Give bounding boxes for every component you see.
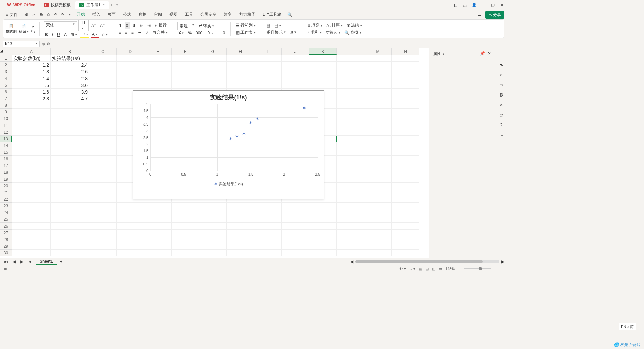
cell[interactable] [337, 156, 364, 162]
percent-icon[interactable]: % [186, 30, 193, 36]
help-icon[interactable]: ? [500, 123, 502, 128]
view-page-icon[interactable]: ▤ [425, 267, 429, 271]
cell[interactable] [282, 75, 309, 82]
cell[interactable] [254, 203, 282, 209]
cell[interactable] [117, 203, 144, 209]
fullscreen-icon[interactable]: ⛶ [499, 267, 503, 271]
focus-icon[interactable]: ⊕ ▾ [409, 267, 415, 271]
align-justify-icon[interactable]: ≣ [137, 30, 143, 36]
align-right-icon[interactable]: ≡ [130, 30, 135, 36]
cell[interactable] [337, 183, 364, 189]
cell[interactable] [337, 109, 364, 115]
row-header[interactable]: 20 [0, 183, 12, 189]
embedded-chart[interactable]: 实验结果(1/s) 00.511.522.533.544.5500.511.52… [133, 90, 324, 199]
cell[interactable] [199, 243, 227, 250]
cell[interactable] [337, 236, 364, 243]
cell[interactable] [172, 236, 199, 243]
cell[interactable] [12, 176, 51, 183]
font-size-select[interactable]: 11 ▾ [78, 20, 89, 31]
cell[interactable] [364, 230, 392, 236]
col-header[interactable]: D [117, 48, 144, 55]
rowcol-button[interactable]: ☰ 行和列▾ [235, 22, 257, 29]
hscrollbar[interactable] [355, 260, 499, 263]
cell[interactable] [12, 196, 51, 203]
cell[interactable] [254, 236, 282, 243]
cell[interactable] [89, 230, 117, 236]
paste-label[interactable]: 粘贴 [19, 29, 26, 33]
cell[interactable] [144, 230, 172, 236]
cell[interactable] [89, 243, 117, 250]
wrap-text-button[interactable]: ↵ 换行 [153, 22, 168, 29]
cell[interactable] [364, 102, 392, 109]
cell[interactable] [392, 156, 419, 162]
settings-icon[interactable]: ◎ [500, 113, 503, 117]
cell[interactable] [89, 115, 117, 122]
cell[interactable] [144, 250, 172, 256]
row-header[interactable]: 12 [0, 129, 12, 136]
row-header[interactable]: 25 [0, 216, 12, 223]
cell[interactable] [254, 216, 282, 223]
cell[interactable] [117, 209, 144, 216]
cell[interactable] [89, 236, 117, 243]
cell[interactable] [89, 203, 117, 209]
cell[interactable] [309, 82, 337, 89]
view-reading-icon[interactable]: ▭ [439, 267, 442, 271]
cell[interactable] [364, 122, 392, 129]
italic-button[interactable]: I [51, 32, 54, 38]
cell[interactable] [282, 62, 309, 68]
underline-button[interactable]: U [56, 32, 61, 38]
save-icon[interactable]: 🖫 [22, 12, 29, 18]
col-header[interactable]: M [364, 48, 392, 55]
menu-数据[interactable]: 数据 [135, 10, 150, 19]
cell[interactable] [172, 209, 199, 216]
cell[interactable] [227, 236, 254, 243]
cell[interactable]: 3.6 [51, 82, 89, 89]
pin-icon[interactable]: 📌 [480, 51, 485, 56]
cell[interactable] [337, 243, 364, 250]
row-header[interactable]: 1 [0, 55, 12, 62]
cell[interactable] [364, 162, 392, 169]
cell[interactable] [337, 189, 364, 196]
row-header[interactable]: 13 [0, 136, 12, 142]
row-header[interactable]: 17 [0, 162, 12, 169]
cell[interactable] [172, 203, 199, 209]
row-header[interactable]: 28 [0, 236, 12, 243]
font-color-button[interactable]: A▾ [91, 31, 99, 38]
menu-效率[interactable]: 效率 [220, 10, 235, 19]
cell[interactable] [51, 136, 89, 142]
cell[interactable] [12, 250, 51, 256]
cell[interactable] [89, 122, 117, 129]
cell[interactable] [364, 156, 392, 162]
copy-dropdown-icon[interactable]: ⎘▾ [31, 30, 35, 34]
cell[interactable] [309, 243, 337, 250]
cell[interactable] [51, 115, 89, 122]
row-header[interactable]: 23 [0, 203, 12, 209]
cell[interactable] [227, 203, 254, 209]
row-header[interactable]: 7 [0, 95, 12, 102]
row-header[interactable]: 29 [0, 243, 12, 250]
cell[interactable] [51, 216, 89, 223]
menu-工具[interactable]: 工具 [181, 10, 196, 19]
workbook-tab[interactable]: S工作簿1• [75, 1, 109, 9]
cell[interactable] [172, 243, 199, 250]
cell[interactable]: 2.4 [51, 62, 89, 68]
cell[interactable] [199, 55, 227, 62]
cell[interactable] [337, 162, 364, 169]
cell[interactable] [227, 75, 254, 82]
cell[interactable] [117, 68, 144, 75]
cell[interactable] [337, 142, 364, 149]
cell[interactable] [392, 216, 419, 223]
dec-decimal-icon[interactable]: ←.0 [216, 30, 226, 36]
orientation-icon[interactable]: ⤢ [144, 30, 150, 36]
cell[interactable] [337, 209, 364, 216]
col-header[interactable]: G [199, 48, 227, 55]
align-left-icon[interactable]: ≡ [117, 30, 122, 36]
row-header[interactable]: 22 [0, 196, 12, 203]
cell[interactable] [12, 236, 51, 243]
col-header[interactable]: E [144, 48, 172, 55]
cell[interactable] [337, 122, 364, 129]
zoom-out-icon[interactable]: − [458, 267, 460, 271]
cell[interactable] [51, 203, 89, 209]
cell[interactable] [364, 82, 392, 89]
cell[interactable] [254, 230, 282, 236]
